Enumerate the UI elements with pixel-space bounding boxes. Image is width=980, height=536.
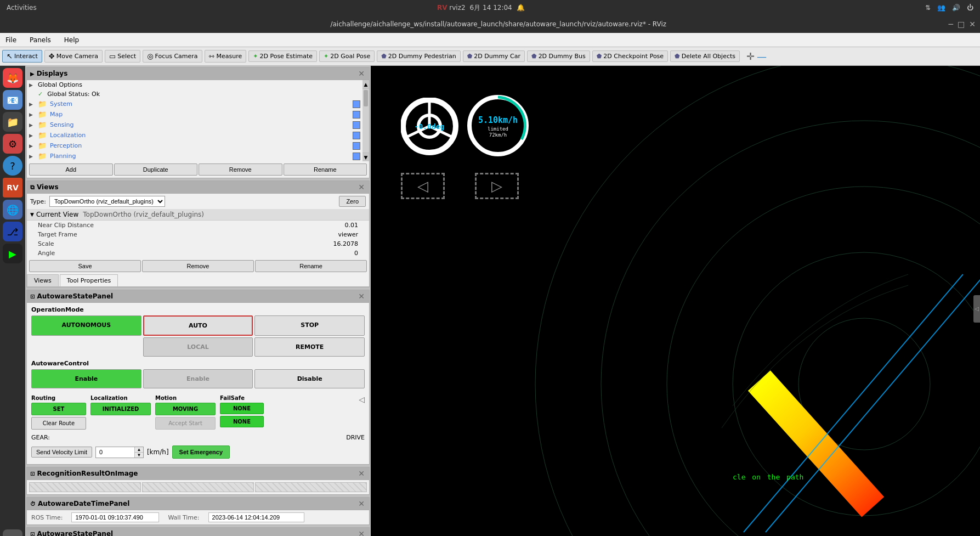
scroll-thumb (364, 90, 368, 106)
recognition-img-placeholder2 (142, 482, 254, 492)
os-icon-files[interactable]: 📁 (3, 112, 22, 132)
minimize-btn[interactable]: ─ (949, 20, 953, 29)
tab-views[interactable]: Views (27, 274, 59, 286)
recognition-panel-close[interactable]: ✕ (357, 469, 366, 478)
enable-active-btn[interactable]: Enable (31, 369, 141, 388)
display-item-global-options[interactable]: ▶ Global Options (27, 80, 362, 89)
os-icon-help[interactable]: ? (3, 156, 22, 176)
goal-pose-btn[interactable]: ✦ 2D Goal Pose (319, 50, 375, 62)
displays-panel-header[interactable]: ▶ Displays ✕ (27, 67, 369, 80)
save-view-btn[interactable]: Save (29, 260, 141, 272)
set-emergency-btn[interactable]: Set Emergency (172, 445, 230, 459)
select-btn[interactable]: ▭ Select (105, 50, 140, 63)
duplicate-display-btn[interactable]: Duplicate (114, 163, 198, 176)
autoware-panel2-header[interactable]: ⊡ AutowareStatePanel ✕ (27, 528, 369, 536)
view-prop-scale: Scale 16.2078 (27, 239, 369, 249)
send-velocity-btn[interactable]: Send Velocity Limit (31, 447, 92, 458)
localization-checkbox[interactable] (353, 132, 360, 139)
local-btn[interactable]: LOCAL (143, 337, 253, 357)
os-icon-terminal[interactable]: ▶ (3, 244, 22, 263)
os-icon-grid[interactable]: ⋯ (3, 529, 22, 536)
rename-view-btn[interactable]: Rename (255, 260, 367, 272)
datetime-panel-header[interactable]: ⏱ AutowareDateTimePanel ✕ (27, 498, 369, 510)
planning-checkbox[interactable] (353, 153, 360, 160)
clear-route-btn[interactable]: Clear Route (31, 417, 86, 430)
zero-btn[interactable]: Zero (339, 196, 366, 207)
datetime-panel-close[interactable]: ✕ (357, 499, 366, 508)
recognition-content (27, 480, 369, 494)
auto-btn[interactable]: AUTO (143, 315, 253, 336)
toolbar-plus-icon[interactable]: ✛ (746, 50, 755, 62)
os-icon-code[interactable]: ⎇ (3, 222, 22, 241)
recognition-panel-header[interactable]: ⊡ RecognitionResultOnImage ✕ (27, 467, 369, 480)
measure-btn[interactable]: ⇿ Measure (205, 50, 247, 63)
os-icon-firefox[interactable]: 🦊 (3, 68, 22, 88)
move-camera-icon: ✥ (49, 52, 55, 60)
display-item-global-status[interactable]: ✓ Global Status: Ok (27, 89, 362, 99)
views-panel: ⧉ Views ✕ Type: TopDownOrtho (rviz_defau… (26, 180, 370, 287)
routing-collapse-btn[interactable]: ◁ (359, 395, 365, 404)
velocity-input-wrap: ▲ ▼ (95, 447, 144, 458)
views-panel-close[interactable]: ✕ (357, 183, 366, 191)
display-item-perception[interactable]: ▶ 📁 Perception (27, 140, 362, 151)
velocity-input[interactable] (96, 447, 134, 458)
autoware-panel2-close[interactable]: ✕ (357, 529, 366, 536)
motion-label: Motion (155, 395, 216, 401)
menu-help[interactable]: Help (61, 35, 82, 45)
display-item-sensing[interactable]: ▶ 📁 Sensing (27, 120, 362, 130)
menu-file[interactable]: File (2, 35, 20, 45)
toolbar-minus-icon[interactable]: — (757, 50, 767, 62)
autoware-panel-header[interactable]: ⊡ AutowareStatePanel ✕ (27, 290, 369, 303)
velocity-spin-down[interactable]: ▼ (134, 453, 143, 458)
remove-display-btn[interactable]: Remove (199, 163, 282, 176)
check-mark-icon: ✓ (38, 91, 43, 98)
remote-btn[interactable]: REMOTE (254, 337, 365, 357)
stop-btn[interactable]: STOP (254, 315, 365, 336)
displays-panel: ▶ Displays ✕ ▶ Global Options ✓ Global S… (26, 67, 370, 178)
os-icon-email[interactable]: 📧 (3, 90, 22, 110)
interact-btn[interactable]: ↖ Interact (2, 50, 42, 63)
perception-checkbox[interactable] (353, 142, 360, 150)
display-item-system[interactable]: ▶ 📁 System (27, 99, 362, 109)
delete-all-btn[interactable]: ⬟ Delete All Objects (670, 50, 740, 62)
scroll-down-btn[interactable]: ▼ (362, 153, 369, 161)
move-camera-btn[interactable]: ✥ Move Camera (44, 50, 103, 63)
disable-btn[interactable]: Disable (254, 369, 365, 388)
velocity-spin-up[interactable]: ▲ (134, 447, 143, 453)
viewport-expand-handle[interactable]: ◁ (973, 295, 980, 323)
pose-estimate-btn[interactable]: ✦ 2D Pose Estimate (248, 50, 317, 62)
focus-camera-btn[interactable]: ◎ Focus Camera (143, 50, 202, 63)
display-item-planning[interactable]: ▶ 📁 Planning (27, 151, 362, 161)
system-checkbox[interactable] (353, 100, 360, 108)
autoware-panel-title: AutowareStatePanel (37, 292, 113, 300)
autoware-panel-close[interactable]: ✕ (357, 292, 366, 301)
current-view-header[interactable]: ▼ Current View TopDownOrtho (rviz_defaul… (27, 209, 369, 221)
scroll-up-btn[interactable]: ▲ (362, 80, 369, 89)
views-type-select[interactable]: TopDownOrtho (rviz_default_plugins) (49, 196, 165, 207)
dummy-car-btn[interactable]: ⬟ 2D Dummy Car (463, 50, 525, 62)
dummy-bus-btn[interactable]: ⬟ 2D Dummy Bus (527, 50, 590, 62)
os-icon-rviz[interactable]: RV (3, 178, 22, 198)
display-item-map[interactable]: ▶ 📁 Map (27, 109, 362, 120)
enable-inactive-btn[interactable]: Enable (143, 369, 253, 388)
displays-panel-close[interactable]: ✕ (357, 69, 366, 78)
checkpoint-pose-btn[interactable]: ⬟ 2D Checkpoint Pose (592, 50, 668, 62)
rename-display-btn[interactable]: Rename (284, 163, 367, 176)
views-panel-header[interactable]: ⧉ Views ✕ (27, 181, 369, 194)
autonomous-btn[interactable]: AUTONOMOUS (31, 315, 141, 336)
os-icon-settings[interactable]: ⚙ (3, 134, 22, 154)
close-btn[interactable]: ✕ (969, 20, 976, 29)
accept-start-btn[interactable]: Accept Start (155, 417, 216, 430)
type-label: Type: (30, 198, 46, 205)
tab-tool-properties[interactable]: Tool Properties (60, 274, 118, 286)
menu-panels[interactable]: Panels (26, 35, 54, 45)
remove-view-btn[interactable]: Remove (142, 260, 254, 272)
os-icon-3d[interactable]: 🌐 (3, 200, 22, 219)
map-checkbox[interactable] (353, 111, 360, 119)
display-item-localization[interactable]: ▶ 📁 Localization (27, 130, 362, 140)
activities-btn[interactable]: Activities (7, 4, 37, 12)
sensing-checkbox[interactable] (353, 121, 360, 129)
add-display-btn[interactable]: Add (29, 163, 113, 176)
dummy-pedestrian-btn[interactable]: ⬟ 2D Dummy Pedestrian (377, 50, 461, 62)
maximize-btn[interactable]: □ (958, 20, 965, 29)
